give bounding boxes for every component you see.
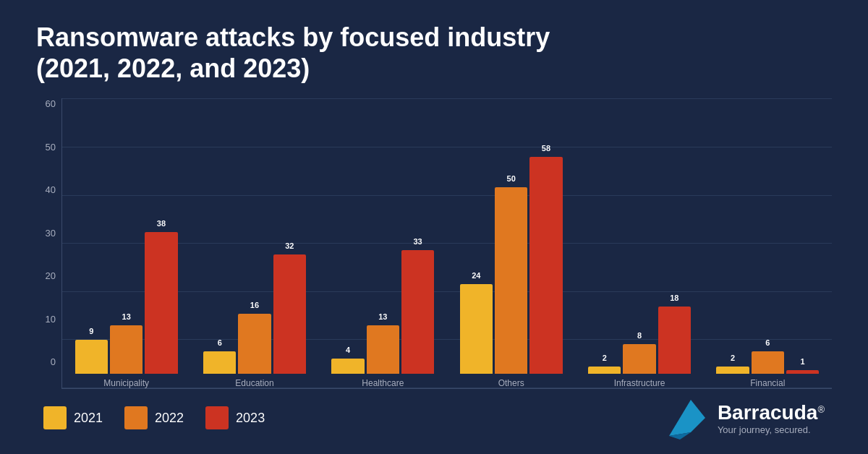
bar-2022: 8 (623, 344, 655, 374)
x-axis-label: Financial (750, 378, 785, 388)
barracuda-logo-icon (665, 396, 709, 440)
chart-title: Ransomware attacks by focused industry (… (36, 22, 832, 84)
y-axis-label: 0 (51, 356, 56, 367)
bar-value-label: 4 (346, 346, 350, 354)
logo-text: Barracuda ® Your journey, secured. (718, 401, 825, 435)
logo-area: Barracuda ® Your journey, secured. (665, 396, 825, 440)
legend-item: 2022 (124, 406, 184, 429)
bar-value-label: 2 (603, 354, 607, 362)
bar-value-label: 13 (122, 312, 131, 321)
bars-row: 61632 (203, 254, 306, 374)
y-axis-label: 20 (46, 270, 56, 281)
bar-2023: 1 (786, 370, 819, 374)
bar-2021: 24 (460, 284, 493, 374)
legend-item: 2023 (205, 406, 265, 429)
bar-value-label: 8 (637, 331, 642, 340)
bar-value-label: 13 (378, 312, 387, 321)
bar-group: 245058Others (447, 98, 575, 388)
bar-2023: 32 (273, 254, 306, 374)
bar-value-label: 50 (507, 174, 516, 183)
bar-2022: 13 (367, 325, 399, 374)
bar-value-label: 9 (89, 327, 93, 335)
bar-2021: 6 (203, 351, 236, 374)
x-axis-label: Others (498, 378, 524, 388)
bars-row: 2818 (588, 307, 691, 374)
bar-2023: 33 (401, 250, 434, 374)
bars-row: 261 (716, 351, 819, 374)
bars-row: 91338 (75, 232, 178, 374)
bar-group: 261Financial (704, 98, 832, 388)
bar-value-label: 32 (285, 241, 294, 250)
bar-value-label: 6 (765, 338, 770, 347)
x-axis-label: Municipality (103, 378, 149, 388)
bar-group: 61632Education (190, 98, 318, 388)
bar-2022: 50 (495, 187, 527, 374)
x-axis-label: Healthcare (362, 378, 404, 388)
bar-value-label: 18 (670, 294, 678, 302)
y-axis-label: 30 (46, 228, 56, 239)
bar-2021: 2 (588, 367, 621, 374)
bar-2022: 16 (238, 314, 271, 374)
legend: 202120222023 (43, 406, 265, 429)
bar-group: 41333Healthcare (319, 98, 447, 388)
bar-value-label: 33 (413, 237, 422, 246)
page-container: Ransomware attacks by focused industry (… (0, 0, 868, 454)
x-axis-label: Infrastructure (614, 378, 665, 388)
bar-2021: 4 (331, 359, 364, 374)
y-axis-label: 50 (46, 142, 56, 153)
logo-name: Barracuda (718, 401, 818, 424)
bars-row: 41333 (331, 250, 434, 374)
logo-tagline: Your journey, secured. (718, 424, 825, 435)
bar-value-label: 2 (731, 354, 735, 362)
bar-value-label: 24 (472, 271, 480, 280)
legend-color-box (205, 406, 229, 429)
bar-value-label: 1 (801, 357, 805, 366)
bar-2022: 13 (110, 325, 142, 374)
y-axis-label: 10 (46, 314, 56, 325)
legend-color-box (124, 406, 148, 429)
bars-container: 91338Municipality61632Education41333Heal… (61, 98, 832, 389)
bar-2023: 58 (529, 157, 562, 374)
bar-2023: 38 (145, 232, 177, 374)
bar-value-label: 58 (542, 144, 550, 153)
chart-area: 0102030405060 91338Municipality61632Educ… (36, 98, 832, 389)
bars-section: 91338Municipality61632Education41333Heal… (61, 98, 832, 389)
legend-item: 2021 (43, 406, 103, 429)
bar-value-label: 16 (250, 301, 259, 309)
y-axis-label: 40 (46, 184, 56, 195)
bar-2021: 9 (75, 340, 108, 374)
legend-year-label: 2023 (236, 411, 265, 426)
y-axis: 0102030405060 (36, 98, 61, 389)
bar-2022: 6 (752, 351, 784, 374)
legend-year-label: 2021 (74, 411, 103, 426)
bar-value-label: 38 (157, 219, 166, 228)
bar-group: 91338Municipality (62, 98, 190, 388)
chart-inner: 0102030405060 91338Municipality61632Educ… (36, 98, 832, 389)
legend-color-box (43, 406, 67, 429)
legend-year-label: 2022 (155, 411, 184, 426)
svg-marker-0 (669, 400, 705, 436)
y-axis-label: 60 (46, 98, 56, 109)
bar-group: 2818Infrastructure (575, 98, 703, 388)
bar-2021: 2 (716, 367, 749, 374)
bar-value-label: 6 (218, 338, 222, 347)
legend-logo-row: 202120222023 Barracuda ® Your journey, s… (36, 396, 832, 440)
logo-reg: ® (817, 404, 825, 415)
bar-2023: 18 (658, 307, 691, 374)
x-axis-label: Education (235, 378, 273, 388)
bars-row: 245058 (460, 157, 563, 374)
